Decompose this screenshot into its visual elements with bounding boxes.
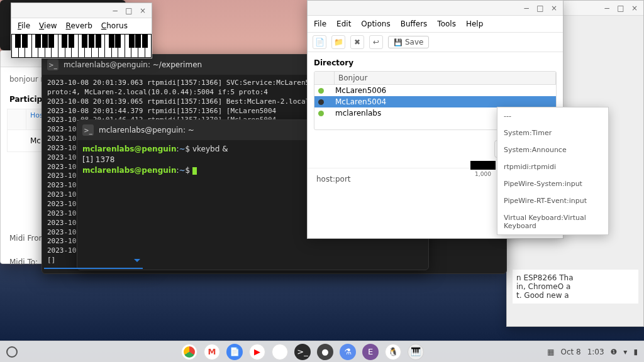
menu-chorus[interactable]: Chorus <box>101 21 128 30</box>
vkeybd-window[interactable]: − □ × File View Reverb Chorus <box>11 3 152 58</box>
close-icon[interactable]: × <box>548 3 560 14</box>
black-key[interactable] <box>129 34 135 48</box>
dropdown-option[interactable]: rtpmidi:rtpmidi <box>497 158 608 175</box>
midi-to-select[interactable] <box>44 255 143 269</box>
histogram-fragment: 1,000 <box>470 161 496 177</box>
menu-tools[interactable]: Tools <box>437 19 456 28</box>
black-key[interactable] <box>109 34 114 48</box>
shelf: M 📄 ▶ ▶ >_ ● ⚗ E 🐧 🎹 ▦ Oct 8 1:03 ❶ ▾ ▮ <box>0 341 644 362</box>
terminal-icon: >_ <box>82 124 94 136</box>
toolbar-btn-1[interactable]: 📄 <box>313 35 326 49</box>
menu-file[interactable]: File <box>314 19 326 28</box>
save-button[interactable]: 💾 Save <box>388 36 429 48</box>
app-menubar: File Edit Options Buffers Tools Help <box>308 16 563 33</box>
black-key[interactable] <box>96 34 101 48</box>
midi-dropdown-menu[interactable]: ---System:TimerSystem:Announcertpmidi:rt… <box>497 107 609 235</box>
directory-entry-name: McLaren5006 <box>335 86 386 95</box>
menu-buffers[interactable]: Buffers <box>401 19 428 28</box>
black-key[interactable] <box>142 34 148 48</box>
maximize-icon[interactable]: □ <box>614 3 627 14</box>
play-store-icon[interactable]: ▶ <box>272 344 288 360</box>
black-key[interactable] <box>89 34 94 48</box>
dropdown-option[interactable]: Virtual Keyboard:Virtual Keyboard <box>497 209 608 234</box>
emacs-icon[interactable]: E <box>362 344 379 360</box>
terminal-tab[interactable]: mclarenlabs@penguin: ~ <box>99 126 194 134</box>
maximize-icon[interactable]: □ <box>123 5 135 16</box>
black-key[interactable] <box>82 34 87 48</box>
menu-view[interactable]: View <box>39 21 57 30</box>
status-dot-icon <box>318 99 324 105</box>
black-key[interactable] <box>135 34 141 48</box>
system-tray[interactable]: ▦ Oct 8 1:03 ❶ ▾ ▮ <box>547 348 638 356</box>
black-key[interactable] <box>35 34 41 48</box>
minimize-icon[interactable]: − <box>109 5 121 16</box>
dropdown-option[interactable]: System:Announce <box>497 141 608 158</box>
document-text: n ESP8266 Tha in, ChromeO a t. Good new … <box>513 270 638 304</box>
app-icon-10[interactable]: 🐧 <box>385 344 401 360</box>
battery-icon[interactable]: ▮ <box>633 348 638 356</box>
menu-reverb[interactable]: Reverb <box>66 21 92 30</box>
midi-to-label: Midi To: <box>9 258 38 266</box>
bonjour-column[interactable]: Bonjour <box>335 72 556 84</box>
terminal-icon[interactable]: >_ <box>294 344 311 360</box>
directory-label: Directory <box>308 52 563 71</box>
status-dot-icon <box>318 88 324 94</box>
docs-icon[interactable]: 📄 <box>226 344 243 360</box>
app-icon-7[interactable]: ● <box>317 344 333 360</box>
toolbar-btn-2[interactable]: 📁 <box>331 35 345 49</box>
wifi-icon[interactable]: ▾ <box>623 348 627 356</box>
toolbar-btn-4[interactable]: ↩ <box>369 35 383 49</box>
directory-entry-name: McLaren5004 <box>335 97 386 106</box>
black-key[interactable] <box>42 34 48 48</box>
youtube-icon[interactable]: ▶ <box>249 344 265 360</box>
black-key[interactable] <box>48 34 54 48</box>
black-key[interactable] <box>69 34 74 48</box>
vkeybd-menubar: File View Reverb Chorus <box>11 18 152 34</box>
close-icon[interactable]: × <box>136 5 149 16</box>
directory-row[interactable]: McLaren5006 <box>314 85 556 96</box>
menu-edit[interactable]: Edit <box>336 19 351 28</box>
directory-entry-name: mclarenlabs <box>335 109 381 118</box>
dropdown-option[interactable]: --- <box>497 107 608 124</box>
time: 1:03 <box>587 348 604 356</box>
dropdown-option[interactable]: PipeWire-System:input <box>497 175 608 192</box>
toolbar-btn-3[interactable]: ✖ <box>350 35 364 49</box>
terminal-tab[interactable]: mclarenlabs@penguin: ~/experimen <box>64 60 202 69</box>
launcher-icon[interactable] <box>6 346 18 358</box>
toolbar: 📄 📁 ✖ ↩ 💾 Save <box>308 33 563 52</box>
dropdown-option[interactable]: System:Timer <box>497 124 608 141</box>
minimize-icon[interactable]: − <box>520 3 533 14</box>
menu-options[interactable]: Options <box>361 19 390 28</box>
terminal-icon: >_ <box>47 59 58 70</box>
notification-icon[interactable]: ❶ <box>611 348 618 356</box>
gmail-icon[interactable]: M <box>204 344 220 360</box>
maximize-icon[interactable]: □ <box>534 3 547 14</box>
piano-keyboard[interactable] <box>11 34 152 58</box>
dropdown-option[interactable]: PipeWire-RT-Event:input <box>497 192 608 209</box>
black-key[interactable] <box>62 34 67 48</box>
black-key[interactable] <box>15 34 21 48</box>
minimize-icon[interactable]: − <box>601 3 613 14</box>
chrome-icon[interactable] <box>181 344 197 360</box>
menu-file[interactable]: File <box>18 21 30 30</box>
tray-app-icon[interactable]: ▦ <box>547 348 554 356</box>
piano-app-icon[interactable]: 🎹 <box>408 344 424 360</box>
black-key[interactable] <box>115 34 121 48</box>
close-icon[interactable]: × <box>628 3 641 14</box>
date: Oct 8 <box>560 348 580 356</box>
app-icon-8[interactable]: ⚗ <box>340 344 356 360</box>
status-dot-icon <box>318 111 324 116</box>
directory-row[interactable]: McLaren5004 <box>314 96 556 107</box>
cursor <box>192 167 197 175</box>
menu-help[interactable]: Help <box>466 19 483 28</box>
black-key[interactable] <box>22 34 28 48</box>
hostport-label: host:port <box>316 175 351 184</box>
